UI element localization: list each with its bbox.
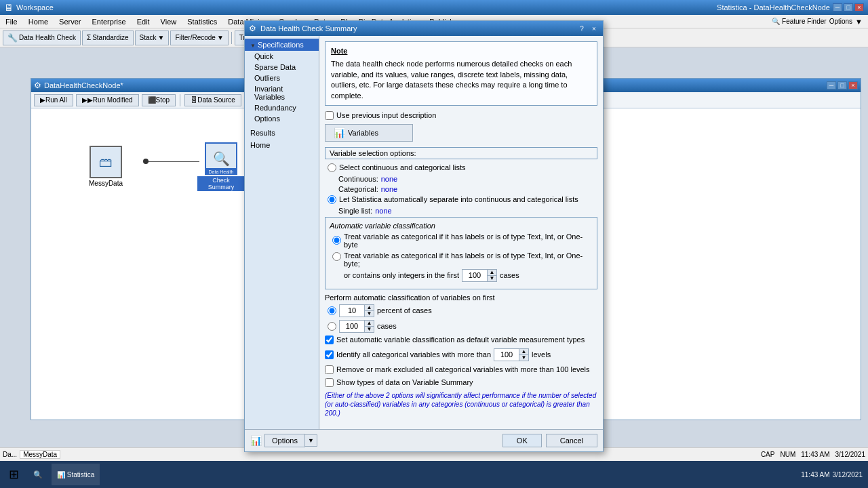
options-arrow-btn[interactable]: ▼ — [305, 434, 317, 447]
categorical-row: Categorical: none — [325, 185, 597, 193]
feature-finder-btn[interactable]: 🔍 Feature Finder — [772, 18, 826, 25]
maximize-btn[interactable]: □ — [844, 3, 853, 12]
nav-options[interactable]: Options — [245, 113, 319, 124]
cases1-input[interactable] — [462, 270, 487, 281]
percent-spinbox[interactable]: ▲ ▼ — [339, 304, 374, 317]
set-automatic-label: Set automatic variable classification as… — [336, 336, 585, 344]
cases1-spinbox[interactable]: ▲ ▼ — [462, 269, 497, 282]
use-previous-label: Use previous input description — [336, 111, 436, 119]
taskbar-date: 3/12/2021 — [833, 471, 863, 479]
options-btn[interactable]: Options — [264, 434, 305, 447]
menu-home[interactable]: Home — [23, 15, 54, 28]
cases1-down[interactable]: ▼ — [487, 276, 496, 281]
menu-file[interactable]: File — [0, 15, 23, 28]
run-all-btn[interactable]: ▶ Run All — [34, 94, 73, 106]
stop-btn[interactable]: ⬛ Stop — [142, 94, 176, 106]
variable-selection-label: Variable selection options: — [325, 147, 597, 159]
menu-statistics[interactable]: Statistics — [182, 15, 222, 28]
cancel-button[interactable]: Cancel — [546, 434, 597, 447]
percent-input[interactable] — [340, 305, 364, 317]
start-button[interactable]: ⊞ — [0, 464, 27, 485]
menu-edit[interactable]: Edit — [132, 15, 155, 28]
nav-redundancy[interactable]: Redundancy — [245, 102, 319, 113]
menu-server[interactable]: Server — [54, 15, 86, 28]
filter-recode-btn[interactable]: Filter/Recode ▼ — [170, 30, 228, 45]
note-text: The data health check node performs nume… — [331, 59, 591, 101]
auto-radio2-row: Treat variable as categorical if it has … — [330, 251, 593, 282]
messy-data-label: MessyData — [89, 180, 123, 187]
single-list-value[interactable]: none — [375, 207, 391, 215]
dialog-close-btn[interactable]: × — [589, 24, 599, 33]
search-btn[interactable]: 🔍 — [27, 464, 49, 485]
continuous-value[interactable]: none — [381, 175, 397, 183]
categorical-value[interactable]: none — [381, 185, 397, 193]
remove-checkbox[interactable] — [325, 365, 334, 374]
run-modified-btn[interactable]: ▶▶ Run Modified — [76, 94, 139, 106]
single-list-row: Single list: none — [325, 207, 597, 215]
stack-btn[interactable]: Stack ▼ — [135, 30, 170, 45]
radio-auto-separate[interactable] — [328, 195, 336, 204]
identify-label: Identify all categorical variables with … — [336, 350, 491, 359]
continuous-label: Continuous: — [338, 175, 378, 183]
identify-spinbox[interactable]: ▲ ▼ — [494, 348, 529, 361]
nav-home[interactable]: Home — [245, 139, 319, 151]
nav-results[interactable]: Results — [245, 127, 319, 139]
cases2-input[interactable] — [340, 321, 364, 332]
taskbar: ⊞ 🔍 📊 Statistica 11:43 AM 3/12/2021 — [0, 461, 868, 488]
connector-line — [145, 161, 199, 162]
ok-button[interactable]: OK — [502, 434, 542, 447]
minimize-btn[interactable]: ─ — [833, 3, 842, 12]
perform-cases-row: ▲ ▼ cases — [325, 320, 597, 333]
nav-sparse-data[interactable]: Sparse Data — [245, 62, 319, 73]
status-item1[interactable]: MessyData — [20, 450, 60, 459]
data-health-node[interactable]: 🔍 Data Health Check Summary — [197, 142, 245, 191]
auto-radio1[interactable] — [332, 236, 341, 245]
nav-specifications[interactable]: ▼ Specifications — [245, 39, 319, 51]
taskbar-time: 11:43 AM — [801, 471, 829, 479]
taskbar-item-1[interactable]: 📊 Statistica — [52, 464, 100, 485]
perform-cases-radio[interactable] — [328, 322, 336, 331]
auto-classification-box: Automatic variable classification Treat … — [325, 217, 597, 289]
percent-down[interactable]: ▼ — [364, 311, 374, 317]
cases2-down[interactable]: ▼ — [364, 327, 374, 332]
messy-data-node[interactable]: 🗃 MessyData — [89, 146, 123, 187]
nav-quick[interactable]: Quick — [245, 51, 319, 62]
ws-maximize-btn[interactable]: □ — [837, 81, 847, 89]
show-types-row: Show types of data on Variable Summary — [325, 378, 597, 387]
perform-percent-radio[interactable] — [328, 306, 336, 315]
identify-checkbox[interactable] — [325, 350, 334, 359]
data-source-btn[interactable]: 🗄 Data Source — [184, 94, 241, 106]
ws-close-btn[interactable]: × — [848, 81, 858, 89]
dialog-help-btn[interactable]: ? — [577, 24, 587, 33]
auto-radio2[interactable] — [332, 252, 341, 261]
cases2-spinbox[interactable]: ▲ ▼ — [339, 320, 374, 333]
options-menu-btn[interactable]: Options — [829, 18, 852, 25]
nav-invariant[interactable]: Invariant Variables — [245, 83, 319, 102]
data-health-check-btn[interactable]: 🔧 Data Health Check — [3, 30, 81, 45]
set-automatic-checkbox[interactable] — [325, 336, 334, 344]
identify-down[interactable]: ▼ — [519, 355, 528, 361]
cases1-label: cases — [500, 271, 519, 279]
set-automatic-row: Set automatic variable classification as… — [325, 336, 597, 344]
use-previous-checkbox[interactable] — [325, 111, 334, 120]
nav-outliers[interactable]: Outliers — [245, 73, 319, 83]
identify-input[interactable] — [494, 349, 519, 361]
perform-percent-row: ▲ ▼ percent of cases — [325, 304, 597, 317]
menu-view[interactable]: View — [155, 15, 182, 28]
variables-button[interactable]: 📊 Variables — [325, 124, 413, 142]
show-types-checkbox[interactable] — [325, 378, 334, 387]
perform-label: Perform automatic classification of vari… — [325, 293, 597, 302]
standardize-btn[interactable]: Σ Standardize — [82, 30, 134, 45]
dialog-title-bar: ⚙ Data Health Check Summary ? × — [245, 21, 603, 36]
menu-enterprise[interactable]: Enterprise — [86, 15, 131, 28]
workspace-window-title: DataHealthCheckNode* — [44, 81, 123, 89]
auto-radio2-label: Treat variable as categorical if it has … — [344, 251, 593, 268]
radio-select-lists[interactable] — [328, 163, 336, 172]
options-area: 📊 Options ▼ — [250, 434, 317, 447]
show-types-label: Show types of data on Variable Summary — [336, 378, 473, 386]
status-cap: CAP — [761, 451, 775, 458]
note-title: Note — [331, 46, 591, 56]
radio1-row: Select continuous and categorical lists — [325, 163, 597, 172]
ws-minimize-btn[interactable]: ─ — [827, 81, 836, 89]
close-app-btn[interactable]: × — [854, 3, 864, 12]
